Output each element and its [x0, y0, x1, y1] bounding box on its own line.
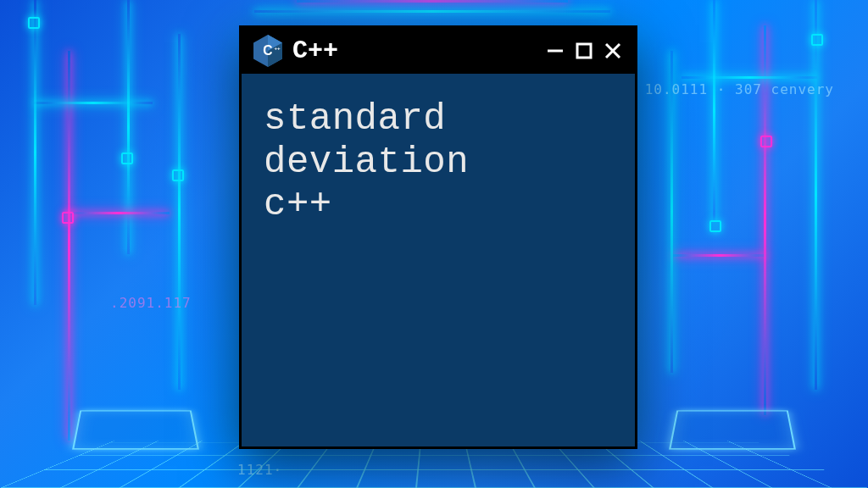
content-line-3: c++	[264, 183, 613, 226]
terminal-content: standard deviation c++	[242, 74, 635, 250]
deco-text-top-right: 10.0111 · 307 cenvery	[645, 81, 834, 97]
terminal-window: C ++ C++ standard deviation c++	[239, 25, 637, 449]
window-title: C++	[292, 36, 535, 65]
svg-text:C: C	[263, 43, 272, 58]
content-line-1: standard	[264, 97, 613, 141]
svg-text:++: ++	[274, 45, 281, 51]
minimize-button[interactable]	[545, 41, 565, 61]
titlebar[interactable]: C ++ C++	[242, 28, 635, 74]
content-line-2: deviation	[264, 141, 613, 184]
maximize-button[interactable]	[574, 41, 594, 61]
svg-rect-6	[577, 44, 591, 58]
cpp-hex-icon: C ++	[253, 35, 282, 67]
window-controls	[545, 41, 623, 61]
deco-text-left: .2091.117	[110, 295, 192, 311]
close-button[interactable]	[603, 41, 623, 61]
